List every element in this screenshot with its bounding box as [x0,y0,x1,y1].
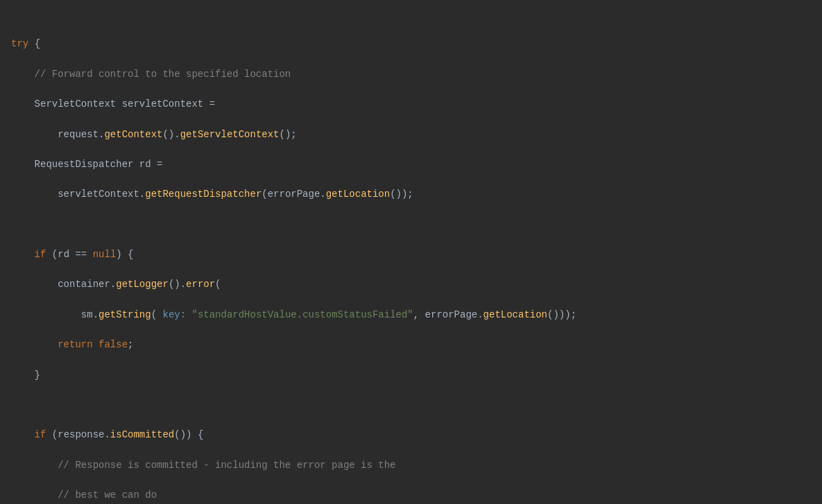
line-6: servletContext.getRequestDispatcher(erro… [0,187,822,202]
line-11: return false; [0,338,822,353]
line-15: // Response is committed - including the… [0,458,822,473]
line-9: container.getLogger().error( [0,277,822,293]
line-16: // best we can do [0,488,822,503]
line-10: sm.getString( key: "standardHostValue.cu… [0,308,822,323]
line-14: if (response.isCommitted()) { [0,428,822,443]
line-5: RequestDispatcher rd = [0,157,822,173]
line-4: request.getContext().getServletContext()… [0,128,822,143]
line-1: try { [0,37,822,52]
line-12: } [0,368,822,383]
code-viewer: try { // Forward control to the specifie… [0,0,822,504]
line-7 [0,218,822,233]
line-13 [0,398,822,413]
line-3: ServletContext servletContext = [0,97,822,112]
line-2: // Forward control to the specified loca… [0,67,822,82]
line-8: if (rd == null) { [0,247,822,263]
